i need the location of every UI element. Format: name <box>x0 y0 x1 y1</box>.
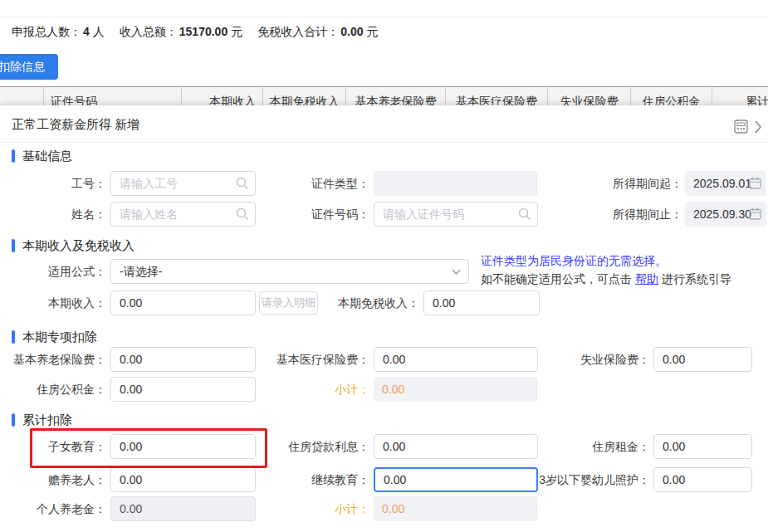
formula-help-note: 如不能确定适用公式，可点击帮助进行系统引导 <box>481 272 731 287</box>
continuing-edu-input[interactable] <box>374 467 538 492</box>
section-bar-icon <box>12 330 15 344</box>
help-link[interactable]: 帮助 <box>635 272 658 286</box>
table-header-cert-no: 证件号码 <box>44 87 182 105</box>
search-icon[interactable] <box>236 207 249 221</box>
cert-no-label: 证件号码： <box>264 202 369 227</box>
formula-help-suffix: 进行系统引导 <box>662 272 731 286</box>
period-start-field[interactable]: 2025.09.01 <box>685 171 766 196</box>
pension-field <box>110 347 256 372</box>
table-header-pension: 基本养老保险费 <box>346 87 446 105</box>
current-taxfree-input[interactable] <box>423 290 540 315</box>
deduction-row-1: 基本养老保险费： 基本医疗保险费： 失业保险费： <box>0 347 768 372</box>
app-window: 申报总人数：4人 收入总额：15170.00元 免税收入合计：0.00元 扣除信… <box>0 0 768 532</box>
current-income-label: 本期收入： <box>8 290 106 315</box>
housing-rent-input[interactable] <box>653 434 752 459</box>
enter-detail-button[interactable]: 请录入明细 <box>259 291 318 315</box>
continuing-edu-label: 继续教育： <box>264 467 369 492</box>
period-end-value: 2025.09.30 <box>693 207 751 221</box>
new-salary-record-panel: 正常工资薪金所得 新增 基础信息 工号： <box>0 105 768 532</box>
current-subtotal-label: 小计： <box>264 377 369 402</box>
section-current-income: 本期收入及免税收入 <box>12 238 135 253</box>
unemployment-field <box>653 347 752 372</box>
job-no-field <box>110 171 256 196</box>
current-taxfree-label: 本期免税收入： <box>318 290 419 315</box>
personal-pension-field <box>110 496 256 521</box>
stat-taxfree-total-label: 免税收入合计： <box>257 25 339 38</box>
stat-total-income-unit: 元 <box>231 25 242 38</box>
elderly-support-input[interactable] <box>110 467 256 492</box>
mortgage-interest-label: 住房贷款利息： <box>264 434 369 459</box>
section-bar-icon <box>12 149 15 163</box>
period-end-field[interactable]: 2025.09.30 <box>685 202 766 227</box>
calendar-icon[interactable] <box>749 177 761 189</box>
calculator-button[interactable] <box>734 120 748 134</box>
cert-type-field[interactable] <box>374 171 538 196</box>
stat-taxfree-total-value: 0.00 <box>340 25 363 38</box>
formula-help-prefix: 如不能确定适用公式，可点击 <box>481 272 632 286</box>
stat-total-people-value: 4 <box>83 25 90 38</box>
table-header-medical: 基本医疗保险费 <box>446 87 548 105</box>
collapse-panel-button[interactable] <box>754 120 762 134</box>
personal-pension-label: 个人养老金： <box>8 496 106 521</box>
cumulative-subtotal-value: 0.00 <box>382 502 404 515</box>
infant-care-input[interactable] <box>653 467 752 492</box>
current-income-input[interactable] <box>110 290 256 315</box>
elderly-support-field <box>110 467 256 492</box>
personal-pension-input <box>110 496 256 521</box>
unemployment-label: 失业保险费： <box>526 347 650 372</box>
stat-total-income-value: 15170.00 <box>179 25 227 38</box>
job-no-input[interactable] <box>110 171 256 196</box>
pension-input[interactable] <box>110 347 256 372</box>
current-taxfree-field <box>423 290 540 315</box>
mortgage-interest-field <box>374 434 538 459</box>
unemployment-input[interactable] <box>653 347 752 372</box>
medical-field <box>374 347 538 372</box>
children-edu-input[interactable] <box>110 434 256 459</box>
deduction-info-button[interactable]: 扣除信息 <box>0 54 58 80</box>
section-bar-icon <box>12 239 15 252</box>
table-header-housing-fund: 住房公积金 <box>631 87 712 105</box>
calendar-icon[interactable] <box>749 207 761 220</box>
formula-select-value: -请选择- <box>120 265 162 278</box>
elderly-support-label: 赡养老人： <box>8 467 106 492</box>
section-current-deduction: 本期专项扣除 <box>12 329 97 344</box>
chevron-down-icon <box>452 269 461 276</box>
name-label: 姓名： <box>8 202 106 227</box>
formula-select[interactable]: -请选择- <box>110 259 469 284</box>
mortgage-interest-input[interactable] <box>374 434 538 459</box>
cumulative-subtotal-field: 0.00 <box>374 496 538 521</box>
housing-rent-field <box>653 434 752 459</box>
period-end-label: 所得期间止： <box>558 202 682 227</box>
cumulative-subtotal-label: 小计： <box>264 496 369 521</box>
chevron-right-icon <box>754 120 762 134</box>
section-cumulative-deduction: 累计扣除 <box>12 412 72 427</box>
stat-total-people-unit: 人 <box>93 25 105 38</box>
job-no-label: 工号： <box>8 171 106 196</box>
continuing-edu-field <box>374 467 538 492</box>
section-cumulative-deduction-title: 累计扣除 <box>22 412 72 428</box>
top-divider <box>0 17 768 17</box>
children-edu-label: 子女教育： <box>8 434 106 459</box>
search-icon[interactable] <box>518 207 531 221</box>
period-start-value: 2025.09.01 <box>693 177 751 190</box>
medical-input[interactable] <box>374 347 538 372</box>
stat-taxfree-total-unit: 元 <box>366 25 378 38</box>
section-current-income-title: 本期收入及免税收入 <box>22 238 135 254</box>
infant-care-field <box>653 467 752 492</box>
income-row: 本期收入： 请录入明细 本期免税收入： <box>0 290 768 315</box>
section-basic-info: 基础信息 <box>12 149 72 164</box>
name-field <box>110 202 256 227</box>
basic-row-2: 姓名： 证件号码： 所得期间止： 2025.09.30 <box>0 202 768 227</box>
housing-fund-input[interactable] <box>110 377 256 402</box>
table-header-select-col <box>0 87 44 105</box>
formula-label: 适用公式： <box>8 259 106 284</box>
children-edu-field <box>110 434 256 459</box>
stat-total-income: 收入总额：15170.00元 <box>120 25 242 40</box>
deduction-row-2: 住房公积金： 小计： 0.00 <box>0 377 768 402</box>
current-income-field <box>110 290 256 315</box>
cert-no-input[interactable] <box>374 202 538 227</box>
name-input[interactable] <box>110 202 256 227</box>
declaration-summary: 申报总人数：4人 收入总额：15170.00元 免税收入合计：0.00元 <box>12 25 378 40</box>
search-icon[interactable] <box>236 177 249 190</box>
housing-fund-field <box>110 377 256 402</box>
